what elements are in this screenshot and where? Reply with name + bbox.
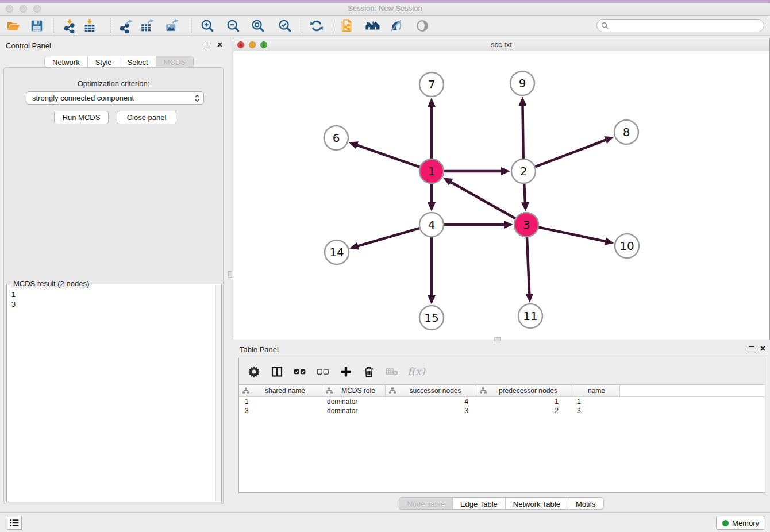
tab-mcds[interactable]: MCDS: [156, 56, 193, 67]
node-table-body: 1dominator4113dominator323: [239, 397, 765, 415]
horizontal-splitter-grip[interactable]: [494, 337, 501, 341]
criterion-dropdown[interactable]: strongly connected component: [26, 91, 204, 105]
zoom-fit-icon[interactable]: [250, 18, 266, 34]
graph-node-11[interactable]: 11: [518, 304, 542, 328]
mcds-result-box: MCDS result (2 nodes) 1 3: [6, 284, 222, 502]
delete-row-icon[interactable]: [361, 364, 376, 379]
main-toolbar: [0, 16, 770, 36]
svg-text:10: 10: [619, 239, 634, 253]
export-image-icon[interactable]: [164, 18, 180, 34]
open-session-icon[interactable]: [5, 18, 21, 34]
control-panel-tabs: Network Style Select MCDS: [44, 56, 194, 68]
column-type-icon: [242, 387, 249, 394]
graph-node-4[interactable]: 4: [419, 213, 444, 237]
float-panel-icon[interactable]: [206, 43, 211, 48]
graph-edge-3-11[interactable]: [527, 236, 529, 295]
network-minimize-icon[interactable]: −: [249, 41, 256, 48]
network-window-titlebar[interactable]: × − + scc.txt: [233, 38, 769, 51]
graph-node-2[interactable]: 2: [511, 159, 536, 183]
save-session-icon[interactable]: [29, 18, 45, 34]
memory-button[interactable]: Memory: [716, 516, 765, 530]
run-mcds-button[interactable]: Run MCDS: [54, 111, 109, 124]
deselect-all-icon[interactable]: [315, 364, 330, 379]
session-title: Session: New Session: [0, 4, 770, 13]
import-network-icon[interactable]: [63, 18, 79, 34]
svg-text:6: 6: [333, 131, 340, 145]
tab-network[interactable]: Network: [45, 56, 87, 67]
column-header-name[interactable]: name: [571, 385, 620, 396]
graph-edge-2-9[interactable]: [522, 105, 523, 160]
refresh-icon[interactable]: [309, 18, 325, 34]
graph-node-6[interactable]: 6: [324, 126, 348, 150]
network-canvas[interactable]: 1234678910111415: [233, 51, 769, 340]
export-table-icon[interactable]: [139, 18, 155, 34]
show-graphics-details-icon[interactable]: [414, 18, 430, 34]
zoom-selected-icon[interactable]: [277, 18, 293, 34]
graph-node-3[interactable]: 3: [514, 213, 538, 237]
graph-node-8[interactable]: 8: [614, 120, 638, 144]
svg-text:11: 11: [523, 309, 537, 323]
vertical-splitter-grip[interactable]: [228, 271, 232, 278]
function-builder-icon[interactable]: f(x): [407, 365, 425, 377]
graph-edge-2-3[interactable]: [524, 183, 525, 203]
column-header-successor-nodes[interactable]: successor nodes: [386, 385, 476, 396]
tab-network-table[interactable]: Network Table: [505, 498, 568, 509]
graph-node-15[interactable]: 15: [419, 306, 444, 330]
network-view-window: × − + scc.txt 1234678910111415: [233, 38, 770, 340]
export-network-icon[interactable]: [118, 18, 134, 34]
table-panel: Table Panel × f(x): [233, 342, 770, 510]
graph-node-7[interactable]: 7: [419, 72, 444, 97]
show-columns-icon[interactable]: [270, 364, 284, 379]
close-panel-button[interactable]: Close panel: [117, 111, 176, 124]
node-table-container: f(x) shared name MCDS role successor nod…: [238, 358, 765, 493]
svg-text:4: 4: [428, 218, 436, 232]
tab-node-table[interactable]: Node Table: [399, 498, 452, 509]
graph-edge-4-14[interactable]: [357, 228, 421, 246]
graph-edge-3-1[interactable]: [450, 182, 516, 219]
graph-edge-1-6[interactable]: [356, 145, 421, 167]
tab-select[interactable]: Select: [120, 56, 156, 67]
task-history-button[interactable]: [7, 516, 22, 530]
graph-node-9[interactable]: 9: [510, 71, 534, 95]
search-box[interactable]: [596, 19, 764, 32]
mcds-panel: Optimization criterion: strongly connect…: [3, 67, 224, 504]
graph-node-14[interactable]: 14: [325, 240, 349, 264]
graph-node-10[interactable]: 10: [615, 234, 639, 258]
network-overview-icon[interactable]: [338, 18, 355, 34]
network-maximize-icon[interactable]: +: [260, 41, 267, 48]
column-header-mcds-role[interactable]: MCDS role: [322, 385, 386, 396]
column-header-shared-name[interactable]: shared name: [239, 385, 322, 396]
mcds-result-text[interactable]: 1 3: [11, 290, 16, 310]
search-input[interactable]: [611, 21, 764, 31]
close-panel-icon[interactable]: ×: [217, 40, 222, 50]
tab-style[interactable]: Style: [87, 56, 120, 67]
graph-node-1[interactable]: 1: [419, 159, 444, 183]
graph-edge-2-8[interactable]: [534, 140, 607, 167]
delete-column-icon[interactable]: [384, 364, 399, 379]
add-row-icon[interactable]: [338, 364, 353, 379]
tab-motifs[interactable]: Motifs: [568, 498, 603, 509]
hide-graphics-details-icon[interactable]: [388, 18, 404, 34]
home-icon[interactable]: [364, 18, 380, 34]
table-close-panel-icon[interactable]: ×: [760, 344, 765, 354]
dropdown-stepper-icon: [194, 94, 200, 103]
network-close-icon[interactable]: ×: [237, 41, 244, 48]
tab-edge-table[interactable]: Edge Table: [452, 498, 505, 509]
status-bar: Memory: [0, 512, 770, 532]
zoom-in-icon[interactable]: [199, 18, 215, 34]
table-toolbar: f(x): [239, 358, 765, 384]
column-header-predecessor-nodes[interactable]: predecessor nodes: [476, 385, 571, 396]
import-table-icon[interactable]: [82, 18, 98, 34]
select-all-icon[interactable]: [292, 364, 307, 379]
zoom-out-icon[interactable]: [225, 18, 241, 34]
table-row[interactable]: 1dominator411: [239, 397, 765, 406]
table-panel-tabs: Node Table Edge Table Network Table Moti…: [233, 497, 770, 510]
table-header-row: shared name MCDS role successor nodes pr…: [239, 384, 765, 397]
svg-text:8: 8: [623, 125, 630, 139]
graph-edge-3-10[interactable]: [538, 227, 606, 241]
criterion-dropdown-value: strongly connected component: [32, 94, 194, 102]
table-settings-gear-icon[interactable]: [247, 364, 261, 379]
table-float-panel-icon[interactable]: [749, 346, 754, 352]
result-scrollbar[interactable]: [215, 285, 221, 501]
table-row[interactable]: 3dominator323: [239, 406, 765, 415]
